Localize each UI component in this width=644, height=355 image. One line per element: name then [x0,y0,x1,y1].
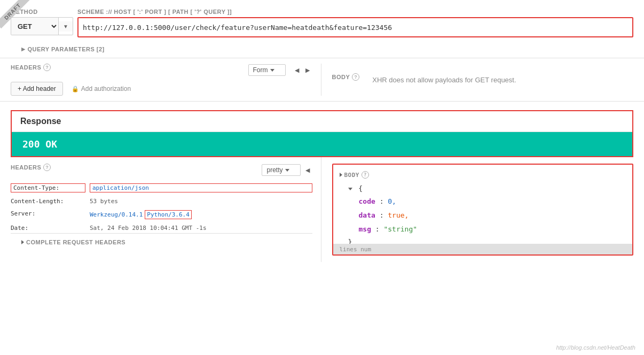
server-value-1: Werkzeug/0.14.1 [90,211,143,218]
lines-num-bar: lines num [333,244,633,254]
table-row: Content-Type: application/json [11,182,312,194]
json-msg-colon: : [375,225,384,233]
url-input[interactable] [78,18,632,36]
headers-body-section: HEADERS ? Form ◀ ▶ + Add header [0,58,644,102]
header-key: Date: [11,225,85,231]
resp-nav-left-arrow[interactable]: ◀ [303,166,312,175]
json-data-line: data : true, [348,209,626,222]
json-code-val: 0, [388,197,396,205]
pretty-dropdown[interactable]: pretty [262,164,300,176]
query-params-arrow: ▶ [21,47,26,52]
server-value-2: Python/3.6.4 [145,210,191,219]
resp-body-label: BODY [344,172,360,179]
json-data-val: true, [388,211,409,219]
json-code-line: code : 0, [348,195,626,209]
resp-body-info-icon[interactable]: ? [362,171,369,179]
header-value: Werkzeug/0.14.1 Python/3.6.4 [90,210,312,219]
xhr-notice-text: XHR does not allow payloads for GET requ… [372,76,516,84]
header-value: 53 bytes [90,198,312,205]
json-code-key: code [359,197,375,205]
headers-label-text: HEADERS [11,64,41,71]
response-status-text: 200 OK [22,138,57,150]
headers-table: Content-Type: application/json Content-L… [11,182,312,233]
table-row: Server: Werkzeug/0.14.1 Python/3.6.4 [11,209,312,221]
complete-headers-arrow [21,240,24,244]
headers-actions: + Add header 🔒 Add authorization [11,82,312,96]
json-content: { code : 0, data : true, msg : [340,183,626,248]
header-value: application/json [90,183,312,192]
lock-icon: 🔒 [72,86,79,92]
response-status-bar: 200 OK [12,132,632,156]
json-open-brace: { [358,184,363,192]
json-msg-line: msg : "string" [348,222,626,236]
url-label: SCHEME :// HOST [ ':' PORT ] [ PATH [ '?… [77,9,633,15]
response-border: Response 200 OK [11,110,633,157]
body-display-header: BODY ? [340,171,626,179]
table-row: Content-Length: 53 bytes [11,196,312,206]
draft-ribbon: DRAFT [0,0,32,32]
response-details: HEADERS ? pretty ◀ Content-Type: applica… [0,157,644,262]
add-header-button[interactable]: + Add header [11,82,63,96]
resp-headers-text: HEADERS [11,164,41,171]
form-label: Form [253,66,268,74]
response-headers-panel: HEADERS ? pretty ◀ Content-Type: applica… [11,157,321,262]
watermark: http://blog.csdn.net/HeatDeath [556,344,635,351]
request-section: METHOD GET POST PUT DELETE ▼ SCHEME :// … [0,0,644,58]
method-url-row: METHOD GET POST PUT DELETE ▼ SCHEME :// … [11,9,633,37]
response-outer: Response 200 OK [11,110,633,157]
pretty-label: pretty [266,166,282,174]
response-body-panel: BODY ? { code : 0, d [321,157,634,262]
response-headers-label: HEADERS ? [11,164,51,171]
xhr-notice: XHR does not allow payloads for GET requ… [372,76,516,84]
query-params-label: QUERY PARAMETERS [2] [28,46,105,52]
response-headers-controls: pretty ◀ [262,164,312,176]
body-info-icon[interactable]: ? [352,73,359,81]
json-msg-key: msg [359,225,371,233]
json-code-colon: : [380,197,388,205]
add-auth-label: Add authorization [81,85,131,92]
header-key: Server: [11,210,85,219]
lines-num-text: lines num [340,246,372,253]
nav-right-arrow[interactable]: ▶ [303,66,312,75]
table-row: Date: Sat, 24 Feb 2018 10:04:41 GMT -1s [11,223,312,233]
headers-panel-top: HEADERS ? Form ◀ ▶ [11,64,312,76]
resp-headers-info-icon[interactable]: ? [43,164,51,171]
nav-arrows: ◀ ▶ [292,66,312,75]
complete-request-headers[interactable]: COMPLETE REQUEST HEADERS [11,233,312,251]
url-group: SCHEME :// HOST [ ':' PORT ] [ PATH [ '?… [77,9,633,37]
body-display: BODY ? { code : 0, d [332,164,634,256]
body-panel: BODY ? XHR does not allow payloads for G… [321,64,634,96]
headers-section-label: HEADERS ? [11,64,51,71]
header-key: Content-Length: [11,198,85,205]
query-params-toggle[interactable]: ▶ QUERY PARAMETERS [2] [21,46,105,52]
draft-label: DRAFT [0,0,29,28]
headers-info-icon[interactable]: ? [43,64,51,71]
form-dropdown-arrow [270,69,274,72]
json-data-colon: : [380,211,388,219]
body-section-label: BODY ? [332,73,360,81]
headers-panel: HEADERS ? Form ◀ ▶ + Add header [11,64,321,96]
body-display-arrow [340,173,342,177]
body-label-text: BODY [332,74,350,80]
add-auth-button[interactable]: 🔒 Add authorization [67,82,135,95]
complete-headers-label: COMPLETE REQUEST HEADERS [26,239,125,245]
pretty-dropdown-arrow [285,169,289,172]
query-params-row: ▶ QUERY PARAMETERS [2] [11,43,633,53]
json-open: { [348,183,626,195]
url-input-wrapper [77,17,633,37]
header-key: Content-Type: [11,183,85,192]
json-msg-val: "string" [383,225,417,233]
json-collapse-arrow[interactable] [348,188,352,190]
body-display-label: BODY ? [344,171,370,179]
form-dropdown[interactable]: Form [248,64,286,76]
headers-right-controls: Form ◀ ▶ [248,64,312,76]
response-headers-top: HEADERS ? pretty ◀ [11,164,312,176]
method-dropdown-arrow[interactable]: ▼ [59,21,73,32]
nav-left-arrow[interactable]: ◀ [292,66,302,75]
json-data-key: data [359,211,375,219]
response-title: Response [12,111,632,132]
header-value: Sat, 24 Feb 2018 10:04:41 GMT -1s [90,225,312,231]
